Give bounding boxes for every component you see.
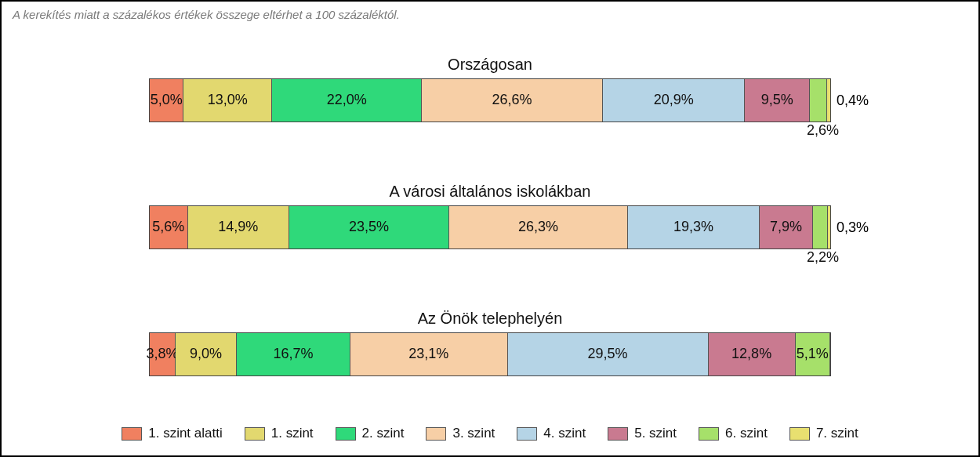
group-telephely: Az Önök telephelyén 3,8% 9,0% 16,7% 23,1… xyxy=(13,310,967,394)
seg-level-4: 19,3% xyxy=(628,206,760,248)
swatch-icon xyxy=(608,427,628,441)
seg-level-5: 7,9% xyxy=(760,206,814,248)
legend-label: 5. szint xyxy=(634,426,677,441)
seg-level-4: 20,9% xyxy=(603,79,745,122)
seg-level-below-1: 5,6% xyxy=(150,206,188,248)
swatch-icon xyxy=(789,427,810,441)
legend-label: 7. szint xyxy=(816,426,858,441)
legend-item: 7. szint xyxy=(789,426,858,441)
legend-item: 5. szint xyxy=(608,426,677,441)
legend-item: 6. szint xyxy=(699,426,768,441)
seg-level-below-1: 5,0% xyxy=(150,79,183,122)
legend-label: 2. szint xyxy=(362,426,405,441)
seg-level-3: 26,6% xyxy=(422,79,603,122)
ext-label-level-6: 2,2% xyxy=(807,249,839,266)
legend-item: 4. szint xyxy=(517,426,586,441)
swatch-icon xyxy=(517,427,537,441)
seg-level-3: 23,1% xyxy=(350,333,508,375)
seg-level-3: 26,3% xyxy=(449,206,628,248)
chart-frame: A kerekítés miatt a százalékos értékek ö… xyxy=(0,0,980,457)
legend-item: 3. szint xyxy=(426,426,495,441)
seg-level-2: 23,5% xyxy=(289,206,449,248)
swatch-icon xyxy=(426,427,446,441)
seg-level-6 xyxy=(810,79,828,122)
legend-label: 6. szint xyxy=(725,426,768,441)
below-labels: 2,6% xyxy=(149,122,831,140)
legend: 1. szint alatti 1. szint 2. szint 3. szi… xyxy=(13,415,967,446)
seg-level-7 xyxy=(828,206,830,248)
seg-level-1: 14,9% xyxy=(188,206,289,248)
ext-label-level-7: 0,4% xyxy=(837,92,869,109)
legend-label: 1. szint alatti xyxy=(148,426,223,441)
seg-level-1: 13,0% xyxy=(183,79,272,122)
seg-level-7 xyxy=(827,79,829,122)
seg-level-2: 16,7% xyxy=(237,333,350,375)
rounding-note: A kerekítés miatt a százalékos értékek ö… xyxy=(13,8,967,21)
legend-label: 4. szint xyxy=(543,426,586,441)
below-labels: 2,2% xyxy=(149,249,831,267)
legend-label: 1. szint xyxy=(271,426,314,441)
ext-label-level-6: 2,6% xyxy=(807,122,839,139)
legend-item: 1. szint alatti xyxy=(122,426,223,441)
seg-level-below-1: 3,8% xyxy=(150,333,176,375)
group-title: Országosan xyxy=(448,56,532,74)
seg-level-5: 12,8% xyxy=(709,333,796,375)
group-varosi: A városi általános iskolákban 5,6% 14,9%… xyxy=(13,183,967,267)
group-title: A városi általános iskolákban xyxy=(390,183,591,201)
swatch-icon xyxy=(699,427,719,441)
legend-item: 1. szint xyxy=(245,426,314,441)
legend-label: 3. szint xyxy=(452,426,495,441)
group-orszagosan: Országosan 5,0% 13,0% 22,0% 26,6% 20,9% … xyxy=(13,56,967,140)
seg-level-4: 29,5% xyxy=(508,333,709,375)
below-labels xyxy=(149,376,831,394)
seg-level-6: 5,1% xyxy=(796,333,830,375)
seg-level-5: 9,5% xyxy=(745,79,809,122)
stacked-bar: 5,0% 13,0% 22,0% 26,6% 20,9% 9,5% xyxy=(149,78,831,122)
seg-level-1: 9,0% xyxy=(176,333,237,375)
seg-level-2: 22,0% xyxy=(272,79,422,122)
seg-level-6 xyxy=(813,206,828,248)
swatch-icon xyxy=(122,427,142,441)
swatch-icon xyxy=(245,427,265,441)
stacked-bar: 5,6% 14,9% 23,5% 26,3% 19,3% 7,9% xyxy=(149,205,831,249)
legend-item: 2. szint xyxy=(336,426,405,441)
swatch-icon xyxy=(336,427,356,441)
ext-label-level-7: 0,3% xyxy=(837,219,869,236)
stacked-bar: 3,8% 9,0% 16,7% 23,1% 29,5% 12,8% 5,1% xyxy=(149,332,831,376)
group-title: Az Önök telephelyén xyxy=(418,310,563,328)
charts-area: Országosan 5,0% 13,0% 22,0% 26,6% 20,9% … xyxy=(13,26,967,415)
